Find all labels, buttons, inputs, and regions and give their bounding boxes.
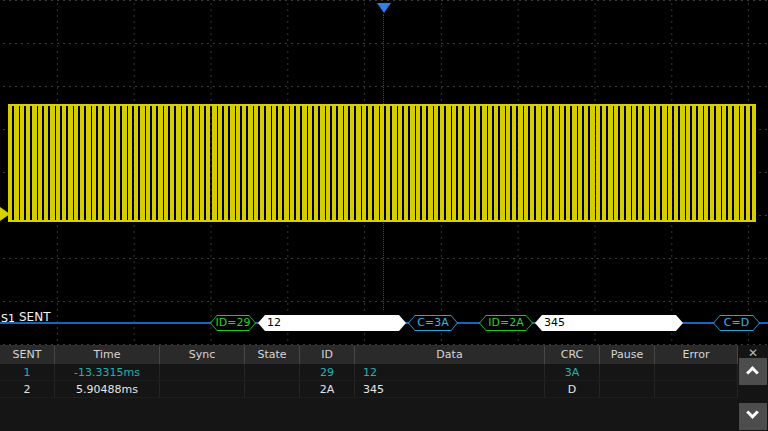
col-header-id: ID [300,346,355,364]
trigger-marker-icon[interactable] [377,3,391,13]
decode-frame-data: 12 [258,315,406,331]
col-header-data: Data [355,346,545,364]
decode-frame-id: ID=29 [210,315,256,331]
channel1-level-marker-icon[interactable] [0,207,10,221]
scroll-up-button[interactable] [739,358,767,385]
oscilloscope-screen: S1 SENT ID=29 12 C=3A ID=2A 345 C=D [0,0,768,431]
frame-text: ID=2A [479,315,533,331]
frame-text: C=3A [408,315,458,331]
cell-id: 29 [300,364,355,381]
col-header-state: State [245,346,300,364]
table-row[interactable]: 2 5.90488ms 2A 345 D [0,381,738,398]
cell-id: 2A [300,381,355,398]
decode-table-header: SENT Time Sync State ID Data CRC Pause E… [0,346,738,364]
chevron-down-icon [746,406,759,419]
decode-frame-id: ID=2A [479,315,533,331]
cell-error [655,381,738,398]
col-header-pause: Pause [600,346,655,364]
cell-pause [600,381,655,398]
decode-source-label: S1 [1,312,15,325]
cell-crc: 3A [545,364,600,381]
cell-error [655,364,738,381]
cell-sent: 1 [0,364,55,381]
cell-state [245,381,300,398]
cell-sync [160,381,245,398]
cell-time: 5.90488ms [55,381,160,398]
decode-frame-crc: C=D [713,315,760,331]
chevron-up-icon [746,366,759,379]
col-header-crc: CRC [545,346,600,364]
col-header-time: Time [55,346,160,364]
col-header-error: Error [655,346,738,364]
scroll-down-button[interactable] [739,403,767,430]
cell-pause [600,364,655,381]
decode-protocol-label: SENT [19,310,51,324]
table-side-column: ✕ [738,345,768,431]
cell-crc: D [545,381,600,398]
frame-text: ID=29 [210,315,256,331]
cell-state [245,364,300,381]
frame-text: C=D [713,315,760,331]
decode-frame-data: 345 [535,315,683,331]
col-header-sync: Sync [160,346,245,364]
table-row[interactable]: 1 -13.3315ms 29 12 3A [0,364,738,381]
frame-text: 345 [535,315,683,331]
col-header-sent: SENT [0,346,55,364]
channel1-waveform [8,104,756,222]
decode-frame-crc: C=3A [408,315,458,331]
cell-sync [160,364,245,381]
decode-table: SENT Time Sync State ID Data CRC Pause E… [0,345,738,431]
cell-data: 345 [355,381,545,398]
cell-data: 12 [355,364,545,381]
cell-sent: 2 [0,381,55,398]
cell-time: -13.3315ms [55,364,160,381]
frame-text: 12 [258,315,406,331]
waveform-display [0,0,768,345]
